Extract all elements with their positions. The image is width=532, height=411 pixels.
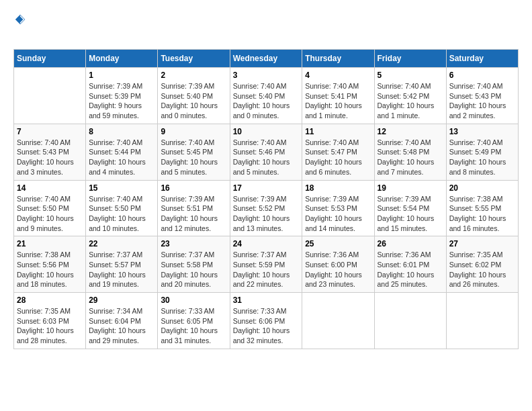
calendar-cell	[14, 68, 86, 124]
calendar-cell: 10Sunrise: 7:40 AM Sunset: 5:46 PM Dayli…	[230, 124, 302, 180]
day-number: 10	[233, 127, 300, 136]
day-number: 31	[233, 295, 300, 305]
day-number: 22	[89, 239, 154, 248]
calendar-week-row: 1Sunrise: 7:39 AM Sunset: 5:39 PM Daylig…	[14, 68, 519, 124]
day-number: 23	[161, 239, 226, 248]
day-number: 5	[378, 71, 443, 80]
day-number: 7	[17, 127, 83, 136]
calendar-cell: 13Sunrise: 7:40 AM Sunset: 5:49 PM Dayli…	[446, 124, 518, 180]
day-number: 25	[305, 239, 371, 248]
calendar-cell: 12Sunrise: 7:40 AM Sunset: 5:48 PM Dayli…	[374, 124, 446, 180]
calendar-cell	[374, 293, 446, 349]
day-info: Sunrise: 7:40 AM Sunset: 5:50 PM Dayligh…	[89, 194, 154, 234]
day-number: 2	[161, 71, 226, 80]
calendar-cell: 30Sunrise: 7:33 AM Sunset: 6:05 PM Dayli…	[158, 293, 230, 349]
day-number: 13	[449, 127, 515, 136]
day-info: Sunrise: 7:40 AM Sunset: 5:49 PM Dayligh…	[449, 138, 515, 177]
calendar-table: SundayMondayTuesdayWednesdayThursdayFrid…	[13, 49, 519, 349]
calendar-cell: 22Sunrise: 7:37 AM Sunset: 5:57 PM Dayli…	[86, 236, 158, 293]
day-info: Sunrise: 7:36 AM Sunset: 6:01 PM Dayligh…	[378, 250, 443, 289]
calendar-week-row: 7Sunrise: 7:40 AM Sunset: 5:43 PM Daylig…	[14, 124, 519, 180]
calendar-cell: 14Sunrise: 7:40 AM Sunset: 5:50 PM Dayli…	[14, 180, 86, 236]
calendar-cell: 27Sunrise: 7:35 AM Sunset: 6:02 PM Dayli…	[446, 236, 518, 293]
day-info: Sunrise: 7:39 AM Sunset: 5:53 PM Dayligh…	[305, 194, 371, 234]
calendar-week-row: 28Sunrise: 7:35 AM Sunset: 6:03 PM Dayli…	[14, 293, 519, 349]
weekday-header-monday: Monday	[86, 50, 158, 68]
calendar-cell: 24Sunrise: 7:37 AM Sunset: 5:59 PM Dayli…	[230, 236, 302, 293]
weekday-header-thursday: Thursday	[302, 50, 374, 68]
day-info: Sunrise: 7:40 AM Sunset: 5:41 PM Dayligh…	[305, 81, 371, 121]
calendar-cell: 18Sunrise: 7:39 AM Sunset: 5:53 PM Dayli…	[302, 180, 374, 236]
day-number: 4	[305, 71, 371, 80]
page-header	[13, 13, 519, 42]
day-info: Sunrise: 7:36 AM Sunset: 6:00 PM Dayligh…	[305, 250, 371, 289]
day-number: 21	[17, 239, 83, 248]
day-number: 28	[17, 295, 83, 305]
day-number: 20	[449, 183, 515, 193]
day-number: 12	[378, 127, 443, 136]
weekday-header-tuesday: Tuesday	[158, 50, 230, 68]
day-info: Sunrise: 7:40 AM Sunset: 5:43 PM Dayligh…	[449, 81, 515, 121]
day-info: Sunrise: 7:33 AM Sunset: 6:05 PM Dayligh…	[161, 306, 226, 346]
logo-icon	[14, 13, 26, 26]
day-number: 9	[161, 127, 226, 136]
weekday-header-sunday: Sunday	[14, 50, 86, 68]
day-number: 1	[89, 71, 154, 80]
day-info: Sunrise: 7:37 AM Sunset: 5:59 PM Dayligh…	[233, 250, 300, 289]
calendar-cell	[302, 293, 374, 349]
logo	[13, 13, 26, 42]
calendar-cell: 23Sunrise: 7:37 AM Sunset: 5:58 PM Dayli…	[158, 236, 230, 293]
day-info: Sunrise: 7:34 AM Sunset: 6:04 PM Dayligh…	[89, 306, 154, 346]
day-info: Sunrise: 7:39 AM Sunset: 5:52 PM Dayligh…	[233, 194, 300, 234]
weekday-header-saturday: Saturday	[446, 50, 518, 68]
day-info: Sunrise: 7:39 AM Sunset: 5:39 PM Dayligh…	[89, 81, 154, 121]
day-number: 11	[305, 127, 371, 136]
calendar-cell: 28Sunrise: 7:35 AM Sunset: 6:03 PM Dayli…	[14, 293, 86, 349]
calendar-cell: 17Sunrise: 7:39 AM Sunset: 5:52 PM Dayli…	[230, 180, 302, 236]
calendar-cell: 9Sunrise: 7:40 AM Sunset: 5:45 PM Daylig…	[158, 124, 230, 180]
calendar-cell: 16Sunrise: 7:39 AM Sunset: 5:51 PM Dayli…	[158, 180, 230, 236]
calendar-cell: 1Sunrise: 7:39 AM Sunset: 5:39 PM Daylig…	[86, 68, 158, 124]
day-info: Sunrise: 7:39 AM Sunset: 5:40 PM Dayligh…	[161, 81, 226, 121]
day-number: 16	[161, 183, 226, 193]
day-info: Sunrise: 7:40 AM Sunset: 5:40 PM Dayligh…	[233, 81, 300, 121]
day-number: 14	[17, 183, 83, 193]
day-number: 30	[161, 295, 226, 305]
day-number: 18	[305, 183, 371, 193]
calendar-cell: 11Sunrise: 7:40 AM Sunset: 5:47 PM Dayli…	[302, 124, 374, 180]
calendar-cell: 6Sunrise: 7:40 AM Sunset: 5:43 PM Daylig…	[446, 68, 518, 124]
day-info: Sunrise: 7:40 AM Sunset: 5:46 PM Dayligh…	[233, 138, 300, 177]
day-number: 29	[89, 295, 154, 305]
calendar-cell: 19Sunrise: 7:39 AM Sunset: 5:54 PM Dayli…	[374, 180, 446, 236]
calendar-cell: 8Sunrise: 7:40 AM Sunset: 5:44 PM Daylig…	[86, 124, 158, 180]
weekday-header-friday: Friday	[374, 50, 446, 68]
day-number: 8	[89, 127, 154, 136]
calendar-week-row: 14Sunrise: 7:40 AM Sunset: 5:50 PM Dayli…	[14, 180, 519, 236]
calendar-cell: 31Sunrise: 7:33 AM Sunset: 6:06 PM Dayli…	[230, 293, 302, 349]
calendar-cell: 15Sunrise: 7:40 AM Sunset: 5:50 PM Dayli…	[86, 180, 158, 236]
calendar-cell: 21Sunrise: 7:38 AM Sunset: 5:56 PM Dayli…	[14, 236, 86, 293]
day-info: Sunrise: 7:39 AM Sunset: 5:51 PM Dayligh…	[161, 194, 226, 234]
day-info: Sunrise: 7:40 AM Sunset: 5:43 PM Dayligh…	[17, 138, 83, 177]
day-info: Sunrise: 7:40 AM Sunset: 5:42 PM Dayligh…	[378, 81, 443, 121]
weekday-header-wednesday: Wednesday	[230, 50, 302, 68]
day-info: Sunrise: 7:40 AM Sunset: 5:50 PM Dayligh…	[17, 194, 83, 234]
day-number: 3	[233, 71, 300, 80]
day-number: 26	[378, 239, 443, 248]
calendar-cell: 3Sunrise: 7:40 AM Sunset: 5:40 PM Daylig…	[230, 68, 302, 124]
day-number: 17	[233, 183, 300, 193]
day-info: Sunrise: 7:38 AM Sunset: 5:55 PM Dayligh…	[449, 194, 515, 234]
calendar-cell: 5Sunrise: 7:40 AM Sunset: 5:42 PM Daylig…	[374, 68, 446, 124]
day-info: Sunrise: 7:35 AM Sunset: 6:03 PM Dayligh…	[17, 306, 83, 346]
calendar-cell: 25Sunrise: 7:36 AM Sunset: 6:00 PM Dayli…	[302, 236, 374, 293]
calendar-cell	[446, 293, 518, 349]
day-info: Sunrise: 7:39 AM Sunset: 5:54 PM Dayligh…	[378, 194, 443, 234]
day-info: Sunrise: 7:40 AM Sunset: 5:45 PM Dayligh…	[161, 138, 226, 177]
day-number: 27	[449, 239, 515, 248]
calendar-header-row: SundayMondayTuesdayWednesdayThursdayFrid…	[14, 50, 519, 68]
day-info: Sunrise: 7:40 AM Sunset: 5:44 PM Dayligh…	[89, 138, 154, 177]
calendar-cell: 7Sunrise: 7:40 AM Sunset: 5:43 PM Daylig…	[14, 124, 86, 180]
calendar-cell: 20Sunrise: 7:38 AM Sunset: 5:55 PM Dayli…	[446, 180, 518, 236]
day-info: Sunrise: 7:35 AM Sunset: 6:02 PM Dayligh…	[449, 250, 515, 289]
calendar-cell: 26Sunrise: 7:36 AM Sunset: 6:01 PM Dayli…	[374, 236, 446, 293]
